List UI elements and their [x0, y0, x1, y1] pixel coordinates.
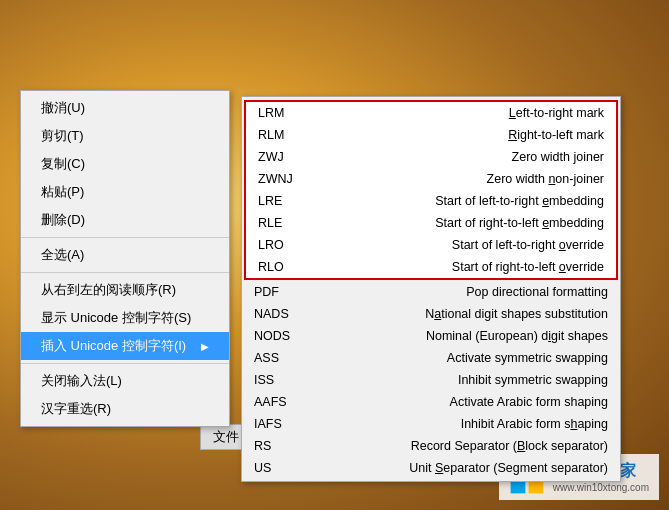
desc-rs: Record Separator (Block separator)	[304, 439, 608, 453]
menu-item-insert-unicode[interactable]: 插入 Unicode 控制字符(I) ▶	[21, 332, 229, 360]
menu-item-undo[interactable]: 撤消(U)	[21, 94, 229, 122]
code-aafs: AAFS	[254, 395, 304, 409]
context-menu: 撤消(U) 剪切(T) 复制(C) 粘贴(P) 删除(D) 全选(A) 从右到左…	[20, 90, 230, 427]
code-pdf: PDF	[254, 285, 304, 299]
code-nads: NADS	[254, 307, 304, 321]
menu-item-rtl[interactable]: 从右到左的阅读顺序(R)	[21, 276, 229, 304]
desc-us: Unit Separator (Segment separator)	[304, 461, 608, 475]
unicode-submenu: LRM Left-to-right mark RLM Right-to-left…	[241, 96, 621, 482]
submenu-item-rs[interactable]: RS Record Separator (Block separator)	[242, 435, 620, 457]
desc-aafs: Activate Arabic form shaping	[304, 395, 608, 409]
submenu-item-lrm[interactable]: LRM Left-to-right mark	[246, 102, 616, 124]
desc-lrm: Left-to-right mark	[308, 106, 604, 120]
submenu-item-nads[interactable]: NADS National digit shapes substitution	[242, 303, 620, 325]
code-rlo: RLO	[258, 260, 308, 274]
submenu-arrow-icon: ▶	[201, 341, 209, 352]
menu-item-paste[interactable]: 粘贴(P)	[21, 178, 229, 206]
menu-item-close-ime[interactable]: 关闭输入法(L)	[21, 367, 229, 395]
watermark-url: www.win10xtong.com	[553, 482, 649, 493]
code-zwnj: ZWNJ	[258, 172, 308, 186]
submenu-item-rle[interactable]: RLE Start of right-to-left embedding	[246, 212, 616, 234]
submenu-item-ass[interactable]: ASS Activate symmetric swapping	[242, 347, 620, 369]
menu-item-delete[interactable]: 删除(D)	[21, 206, 229, 234]
desc-zwj: Zero width joiner	[308, 150, 604, 164]
submenu-item-rlm[interactable]: RLM Right-to-left mark	[246, 124, 616, 146]
code-rlm: RLM	[258, 128, 308, 142]
code-lro: LRO	[258, 238, 308, 252]
desc-rle: Start of right-to-left embedding	[308, 216, 604, 230]
code-lrm: LRM	[258, 106, 308, 120]
submenu-item-iafs[interactable]: IAFS Inhibit Arabic form shaping	[242, 413, 620, 435]
submenu-item-zwj[interactable]: ZWJ Zero width joiner	[246, 146, 616, 168]
desc-rlm: Right-to-left mark	[308, 128, 604, 142]
submenu-item-rlo[interactable]: RLO Start of right-to-left override	[246, 256, 616, 278]
submenu-item-zwnj[interactable]: ZWNJ Zero width non-joiner	[246, 168, 616, 190]
desc-nods: Nominal (European) digit shapes	[304, 329, 608, 343]
code-lre: LRE	[258, 194, 308, 208]
code-zwj: ZWJ	[258, 150, 308, 164]
menu-item-copy[interactable]: 复制(C)	[21, 150, 229, 178]
menu-item-reconvert[interactable]: 汉字重选(R)	[21, 395, 229, 423]
separator-3	[21, 363, 229, 364]
desc-zwnj: Zero width non-joiner	[308, 172, 604, 186]
desc-ass: Activate symmetric swapping	[304, 351, 608, 365]
desc-lro: Start of left-to-right override	[308, 238, 604, 252]
code-us: US	[254, 461, 304, 475]
desc-rlo: Start of right-to-left override	[308, 260, 604, 274]
submenu-item-aafs[interactable]: AAFS Activate Arabic form shaping	[242, 391, 620, 413]
desc-pdf: Pop directional formatting	[304, 285, 608, 299]
code-rle: RLE	[258, 216, 308, 230]
submenu-item-iss[interactable]: ISS Inhibit symmetric swapping	[242, 369, 620, 391]
code-nods: NODS	[254, 329, 304, 343]
code-iss: ISS	[254, 373, 304, 387]
menu-item-show-unicode[interactable]: 显示 Unicode 控制字符(S)	[21, 304, 229, 332]
submenu-item-pdf[interactable]: PDF Pop directional formatting	[242, 281, 620, 303]
code-iafs: IAFS	[254, 417, 304, 431]
menu-item-select-all[interactable]: 全选(A)	[21, 241, 229, 269]
submenu-item-lre[interactable]: LRE Start of left-to-right embedding	[246, 190, 616, 212]
code-rs: RS	[254, 439, 304, 453]
separator-2	[21, 272, 229, 273]
red-border-group: LRM Left-to-right mark RLM Right-to-left…	[244, 100, 618, 280]
code-ass: ASS	[254, 351, 304, 365]
submenu-item-lro[interactable]: LRO Start of left-to-right override	[246, 234, 616, 256]
submenu-item-us[interactable]: US Unit Separator (Segment separator)	[242, 457, 620, 479]
submenu-item-nods[interactable]: NODS Nominal (European) digit shapes	[242, 325, 620, 347]
desc-nads: National digit shapes substitution	[304, 307, 608, 321]
separator-1	[21, 237, 229, 238]
desc-iafs: Inhibit Arabic form shaping	[304, 417, 608, 431]
desc-lre: Start of left-to-right embedding	[308, 194, 604, 208]
menu-item-cut[interactable]: 剪切(T)	[21, 122, 229, 150]
desc-iss: Inhibit symmetric swapping	[304, 373, 608, 387]
